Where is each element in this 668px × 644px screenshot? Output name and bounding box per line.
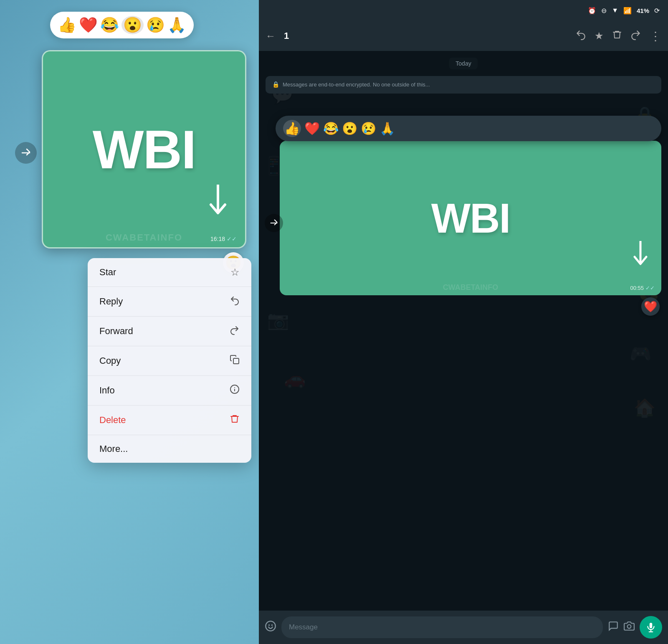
copy-icon [230, 355, 240, 367]
bg-icon-7: 🎮 [630, 343, 651, 364]
input-bar: Message [259, 611, 668, 644]
selected-count: 1 [284, 30, 567, 41]
mic-button[interactable] [640, 616, 662, 639]
emoji-reaction-bar-right[interactable]: 👍 ❤️ 😂 😮 😢 🙏 [276, 116, 661, 141]
wifi-icon: ▼ [612, 7, 618, 14]
menu-item-reply-label: Reply [99, 296, 123, 307]
menu-item-delete-label: Delete [99, 415, 126, 426]
read-receipts-right: ✓✓ [645, 285, 655, 291]
attach-button[interactable] [608, 621, 619, 634]
chat-area: 💬 🔒 📱 🎵 💰 📷 🎮 🚗 🏠 Today 🔒 Messages are e… [259, 51, 668, 611]
app-bar: ← 1 ★ ⋮ [259, 21, 668, 51]
emoji-heart[interactable]: ❤️ [79, 18, 98, 33]
reply-button[interactable] [575, 29, 586, 43]
delete-button[interactable] [612, 30, 622, 42]
menu-item-info[interactable]: Info [88, 376, 251, 406]
emoji-thumbsup[interactable]: 👍 [58, 18, 76, 33]
forward-button[interactable] [630, 29, 641, 43]
menu-item-forward-label: Forward [99, 326, 133, 337]
forward-icon-left [21, 148, 31, 158]
emoji-thumbsup-right[interactable]: 👍 [283, 120, 301, 137]
emoji-laugh-right[interactable]: 😂 [323, 121, 339, 136]
right-panel: ⏰ ⊖ ▼ 📶 41% ⟳ ← 1 ★ ⋮ 💬 🔒 [259, 0, 668, 644]
emoji-button[interactable] [265, 620, 276, 635]
emoji-laugh[interactable]: 😂 [100, 18, 119, 33]
wbi-message-card-right: WBI CWABETAINFO 00:55 ✓✓ [280, 141, 661, 295]
battery-icon: ⟳ [654, 7, 660, 15]
battery-level: 41% [637, 7, 649, 14]
menu-item-star[interactable]: Star ☆ [88, 258, 251, 287]
bg-icon-8: 🚗 [284, 368, 306, 389]
menu-item-reply[interactable]: Reply [88, 287, 251, 317]
forward-icon-right [270, 219, 278, 227]
emoji-cry[interactable]: 😢 [146, 18, 165, 33]
emoji-pray[interactable]: 🙏 [167, 18, 186, 33]
arrow-down-indicator-right [632, 241, 649, 268]
more-button[interactable]: ⋮ [650, 29, 661, 43]
reply-icon [230, 295, 240, 308]
mic-icon [645, 622, 656, 633]
emoji-heart-right[interactable]: ❤️ [304, 121, 320, 136]
info-icon [230, 384, 240, 397]
message-time-left: 16:18 ✓✓ [210, 236, 237, 242]
camera-button[interactable] [624, 621, 635, 634]
star-button[interactable]: ★ [595, 30, 604, 42]
menu-item-more[interactable]: More... [88, 435, 251, 463]
watermark-right: CWABETAINFO [280, 283, 661, 292]
svg-rect-10 [650, 623, 653, 628]
security-text: Messages are end-to-end encrypted. No on… [283, 81, 430, 89]
star-icon: ☆ [230, 266, 240, 278]
forward-button-right[interactable] [265, 214, 283, 232]
message-time-right: 00:55 ✓✓ [630, 285, 655, 291]
today-label: Today [449, 58, 478, 69]
emoji-pray-right[interactable]: 🙏 [380, 121, 395, 136]
emoji-wow-right[interactable]: 😮 [342, 121, 357, 136]
lock-icon-notice: 🔒 [272, 81, 279, 88]
menu-item-star-label: Star [99, 267, 116, 278]
wbi-logo-text-right: WBI [431, 194, 510, 242]
emoji-reaction-bar-left[interactable]: 👍 ❤️ 😂 😮 😢 🙏 [50, 12, 194, 38]
signal-icon: 📶 [623, 7, 632, 15]
security-notice: 🔒 Messages are end-to-end encrypted. No … [266, 76, 661, 94]
menu-item-more-label: More... [99, 444, 128, 454]
forward-button-left[interactable] [15, 142, 37, 164]
menu-item-forward[interactable]: Forward [88, 317, 251, 346]
context-menu: Star ☆ Reply Forward Copy [88, 258, 251, 463]
message-input-field[interactable]: Message [281, 616, 603, 638]
delete-icon [230, 414, 240, 426]
menu-item-info-label: Info [99, 385, 115, 396]
forward-menu-icon [230, 325, 240, 337]
alarm-icon: ⏰ [588, 7, 596, 15]
svg-rect-1 [233, 358, 239, 364]
dnd-icon: ⊖ [601, 7, 607, 15]
wbi-logo-text-left: WBI [93, 118, 196, 181]
arrow-down-indicator-left [207, 185, 228, 218]
bg-icon-9: 🏠 [634, 398, 655, 418]
svg-point-9 [628, 624, 631, 628]
left-panel: 👍 ❤️ 😂 😮 😢 🙏 WBI CWABETAINFO 16:18 ✓✓ 😮 … [0, 0, 259, 644]
bg-icon-6: 📷 [267, 310, 289, 330]
menu-item-copy-label: Copy [99, 355, 121, 366]
svg-point-7 [268, 624, 270, 626]
back-button[interactable]: ← [266, 30, 276, 42]
emoji-cry-right[interactable]: 😢 [361, 121, 376, 136]
message-placeholder: Message [289, 623, 318, 631]
svg-point-6 [266, 621, 275, 631]
status-bar: ⏰ ⊖ ▼ 📶 41% ⟳ [259, 0, 668, 21]
wbi-message-card-left: WBI CWABETAINFO 16:18 ✓✓ [42, 50, 246, 248]
menu-item-copy[interactable]: Copy [88, 346, 251, 376]
emoji-wow[interactable]: 😮 [121, 16, 144, 34]
menu-item-delete[interactable]: Delete [88, 406, 251, 435]
message-reaction-right: ❤️ [641, 297, 660, 316]
read-receipts-left: ✓✓ [227, 236, 237, 242]
svg-point-8 [271, 624, 273, 626]
